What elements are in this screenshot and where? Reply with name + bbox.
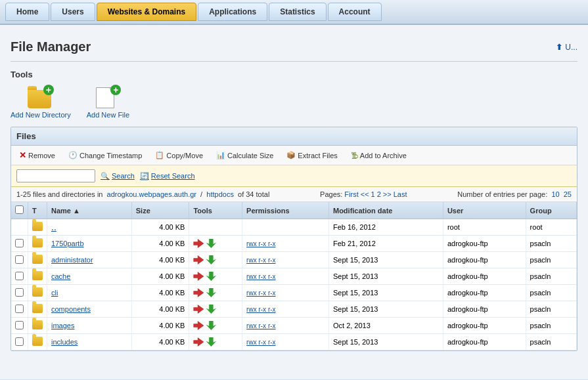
- row-checkbox[interactable]: [15, 321, 24, 329]
- move-icon[interactable]: [193, 255, 204, 264]
- permissions-link[interactable]: rwx r-x r-x: [246, 257, 275, 264]
- row-checkbox[interactable]: [15, 272, 24, 280]
- page-1[interactable]: 1: [371, 190, 375, 198]
- move-icon[interactable]: [193, 305, 204, 314]
- entries-25[interactable]: 25: [564, 190, 572, 198]
- file-link[interactable]: 1750partb: [51, 240, 84, 247]
- row-name-cell: 1750partb: [47, 236, 132, 252]
- permissions-link[interactable]: rwx r-x r-x: [246, 240, 275, 247]
- permissions-link[interactable]: rwx r-x r-x: [246, 306, 275, 313]
- tab-account[interactable]: Account: [328, 3, 382, 21]
- download-icon[interactable]: [206, 305, 216, 314]
- table-row: components4.00 KBrwx r-x r-xSept 15, 201…: [11, 301, 577, 318]
- row-checkbox[interactable]: [15, 239, 24, 247]
- download-icon[interactable]: [206, 288, 216, 297]
- row-group-cell: root: [526, 219, 576, 236]
- move-icon[interactable]: [193, 239, 204, 248]
- row-date-cell: Feb 16, 2012: [328, 219, 443, 236]
- row-permissions-cell: rwx r-x r-x: [242, 236, 329, 252]
- row-checkbox[interactable]: [15, 305, 24, 313]
- file-link[interactable]: cache: [51, 272, 70, 280]
- permissions-link[interactable]: rwx r-x r-x: [246, 273, 275, 280]
- extract-files-button[interactable]: 📦 Extract Files: [284, 150, 340, 161]
- col-tools: Tools: [189, 202, 242, 219]
- path-link[interactable]: httpdocs: [206, 190, 234, 198]
- row-checkbox[interactable]: [15, 288, 24, 297]
- page-2[interactable]: 2: [377, 190, 381, 198]
- row-user-cell: adrogkou-ftp: [443, 268, 526, 285]
- search-button[interactable]: 🔍 Search: [101, 172, 135, 180]
- tab-home[interactable]: Home: [5, 3, 49, 21]
- select-all-checkbox[interactable]: [15, 205, 24, 214]
- next-page[interactable]: >>: [383, 190, 392, 198]
- move-icon[interactable]: [193, 288, 204, 297]
- permissions-link[interactable]: rwx r-x r-x: [246, 339, 275, 346]
- tab-statistics[interactable]: Statistics: [269, 3, 326, 21]
- folder-type-icon: [32, 320, 43, 329]
- parent-dir-link[interactable]: ..: [51, 222, 57, 232]
- first-page[interactable]: First: [344, 190, 358, 198]
- prev-page[interactable]: <<: [361, 190, 369, 198]
- row-type-cell: [28, 301, 47, 318]
- file-link[interactable]: administrator: [51, 256, 93, 264]
- last-page[interactable]: Last: [394, 190, 407, 198]
- add-new-directory-button[interactable]: + Add New Directory: [11, 85, 71, 119]
- row-permissions-cell: rwx r-x r-x: [242, 268, 329, 285]
- entries-10[interactable]: 10: [551, 190, 559, 198]
- copy-move-button[interactable]: 📋 Copy/Move: [152, 150, 206, 161]
- download-icon[interactable]: [206, 255, 216, 264]
- file-link[interactable]: includes: [51, 338, 78, 346]
- search-input[interactable]: [16, 169, 95, 182]
- calculate-size-button[interactable]: 📊 Calculate Size: [214, 150, 276, 161]
- permissions-link[interactable]: rwx r-x r-x: [246, 289, 275, 297]
- folder-type-icon: [32, 337, 43, 346]
- reset-search-button[interactable]: 🔄 Reset Search: [140, 172, 195, 180]
- download-icon[interactable]: [206, 321, 216, 330]
- row-group-cell: psacln: [526, 252, 576, 268]
- row-type-cell: [28, 285, 47, 301]
- tab-users[interactable]: Users: [51, 3, 95, 21]
- file-link[interactable]: components: [51, 305, 91, 313]
- download-icon[interactable]: [206, 239, 216, 248]
- tools-section-label: Tools: [11, 70, 577, 79]
- add-file-label: Add New File: [87, 111, 129, 119]
- row-checkbox[interactable]: [15, 255, 24, 264]
- row-tools-cell: [189, 236, 242, 252]
- add-to-archive-button[interactable]: 🗜 Add to Archive: [348, 150, 409, 161]
- row-checkbox[interactable]: [15, 337, 24, 346]
- row-size-cell: 4.00 KB: [131, 219, 189, 236]
- move-icon[interactable]: [193, 321, 204, 330]
- tab-websites-domains[interactable]: Websites & Domains: [97, 3, 196, 21]
- table-row: administrator4.00 KBrwx r-x r-xSept 15, …: [11, 252, 577, 268]
- move-icon[interactable]: [193, 337, 204, 347]
- copy-move-label: Copy/Move: [166, 152, 203, 159]
- row-checkbox-cell: [11, 268, 28, 285]
- tab-applications[interactable]: Applications: [198, 3, 267, 21]
- calculator-icon: 📊: [216, 151, 225, 159]
- add-new-file-button[interactable]: + Add New File: [87, 85, 129, 119]
- files-section: Files ✕ Remove 🕐 Change Timestamp 📋 Copy…: [11, 127, 577, 351]
- entries-info: Number of entries per page: 10 25: [457, 190, 572, 198]
- row-group-cell: psacln: [526, 285, 576, 301]
- add-file-icon: +: [95, 85, 121, 108]
- domain-link[interactable]: adrogkou.webpages.auth.gr: [107, 190, 196, 198]
- table-row: 1750partb4.00 KBrwx r-x r-xFeb 21, 2012a…: [11, 236, 577, 252]
- change-timestamp-button[interactable]: 🕐 Change Timestamp: [66, 150, 145, 161]
- row-name-cell: components: [47, 301, 132, 318]
- move-icon[interactable]: [193, 272, 204, 281]
- row-group-cell: psacln: [526, 334, 576, 350]
- download-icon[interactable]: [206, 337, 216, 347]
- download-icon[interactable]: [206, 272, 216, 281]
- remove-button[interactable]: ✕ Remove: [16, 149, 58, 161]
- row-checkbox-cell: [11, 301, 28, 318]
- col-name[interactable]: Name ▲: [47, 202, 132, 219]
- file-link[interactable]: cli: [51, 289, 58, 297]
- upload-icon: ⬆: [556, 43, 562, 52]
- upload-button[interactable]: ⬆ U...: [556, 43, 577, 52]
- permissions-link[interactable]: rwx r-x r-x: [246, 322, 275, 329]
- col-checkbox: [11, 202, 28, 219]
- file-link[interactable]: images: [51, 322, 74, 329]
- col-mod-date: Modification date: [328, 202, 443, 219]
- extract-files-label: Extract Files: [298, 152, 338, 159]
- row-checkbox-cell: [11, 219, 28, 236]
